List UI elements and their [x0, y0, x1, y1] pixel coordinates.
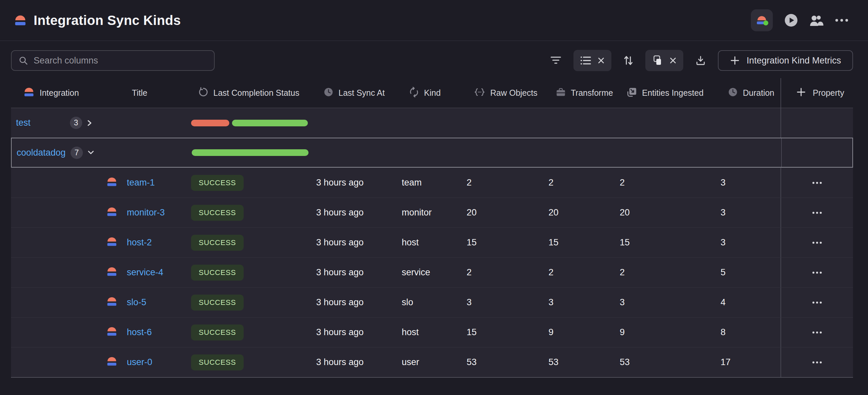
cell-status: SUCCESS	[191, 288, 316, 317]
cell-entities-ingested: 3	[620, 288, 720, 317]
column-header-label: Entities Ingested	[642, 88, 704, 98]
workspace-logo-icon	[755, 14, 769, 27]
sync-kind-row-monitor-3: monitor-3 SUCCESS 3 hours ago monitor 20…	[11, 197, 853, 227]
clock-icon	[323, 87, 334, 97]
column-header-transformed[interactable]: Transforme	[549, 78, 620, 108]
row-actions-button[interactable]	[812, 302, 822, 303]
cell-duration: 3	[720, 168, 780, 197]
clear-view-icon[interactable]	[597, 57, 605, 64]
users-icon	[809, 14, 824, 27]
workspace-logo-button[interactable]	[751, 9, 773, 31]
app-header: Integration Sync Kinds	[0, 0, 868, 41]
cell-last-sync-at: 3 hours ago	[316, 348, 402, 377]
search-input[interactable]	[34, 56, 207, 66]
integration-link[interactable]: test	[16, 118, 70, 128]
status-badge: SUCCESS	[191, 295, 244, 310]
group-cell-integration: test 3	[11, 108, 103, 138]
play-icon	[784, 13, 798, 27]
table-bottom-border	[11, 377, 853, 378]
cell-status: SUCCESS	[191, 228, 316, 257]
column-header-entities-ingested[interactable]: Entities Ingested	[620, 78, 720, 108]
status-badge: SUCCESS	[191, 355, 244, 370]
toolbar: Integration Kind Metrics	[0, 50, 868, 71]
sort-button[interactable]	[623, 55, 633, 66]
column-header-raw-objects[interactable]: Raw Objects	[467, 78, 549, 108]
braces-icon	[474, 88, 485, 97]
clear-group-icon[interactable]	[669, 57, 677, 64]
kind-title-link[interactable]: user-0	[127, 357, 152, 367]
kind-title-link[interactable]: host-2	[127, 237, 152, 248]
cell-duration: 4	[720, 288, 780, 317]
list-view-button[interactable]	[574, 50, 611, 71]
kind-title-link[interactable]: monitor-3	[127, 207, 165, 218]
cell-kind: slo	[402, 288, 467, 317]
column-header-integration[interactable]: Integration	[11, 78, 103, 108]
sync-kind-row-host-2: host-2 SUCCESS 3 hours ago host 15 15 15…	[11, 227, 853, 257]
cell-kind: service	[402, 258, 467, 287]
kind-title-link[interactable]: team-1	[127, 177, 155, 188]
cell-duration: 3	[720, 198, 780, 227]
column-header-label: Title	[132, 88, 147, 98]
status-badge: SUCCESS	[191, 265, 244, 281]
row-actions-button[interactable]	[812, 331, 822, 333]
cell-raw-objects: 20	[467, 198, 549, 227]
row-actions-button[interactable]	[812, 182, 822, 184]
cell-transformed: 2	[549, 168, 620, 197]
row-actions-button[interactable]	[812, 242, 822, 244]
integration-link[interactable]: cooldatadog	[17, 147, 70, 158]
kind-title-link[interactable]: slo-5	[127, 297, 147, 307]
cell-duration: 17	[720, 348, 780, 377]
column-header-last-sync-at[interactable]: Last Sync At	[316, 78, 402, 108]
column-header-kind[interactable]: Kind	[402, 78, 467, 108]
group-row-test[interactable]: test 3	[11, 108, 853, 138]
status-badge: SUCCESS	[191, 175, 244, 191]
row-actions-button[interactable]	[812, 361, 822, 363]
kind-count-badge: 3	[70, 117, 82, 129]
cell-title: service-4	[103, 258, 191, 287]
column-header-title[interactable]: Title	[103, 78, 191, 108]
cell-title: monitor-3	[103, 198, 191, 227]
row-actions-button[interactable]	[812, 212, 822, 214]
app-logo-icon	[13, 14, 27, 27]
expand-toggle[interactable]	[86, 119, 93, 127]
sync-kind-row-user-0: user-0 SUCCESS 3 hours ago user 53 53 53…	[11, 347, 853, 377]
column-header-label: Integration	[40, 88, 79, 98]
sync-kinds-table: Integration Title Last Completion Status…	[11, 78, 853, 378]
column-header-duration[interactable]: Duration	[720, 78, 780, 108]
filter-button[interactable]	[550, 56, 561, 66]
expand-toggle[interactable]	[87, 149, 95, 156]
play-button[interactable]	[784, 13, 798, 27]
cell-kind: host	[402, 228, 467, 257]
column-header-last-completion-status[interactable]: Last Completion Status	[191, 78, 316, 108]
cell-status: SUCCESS	[191, 258, 316, 287]
cell-kind: monitor	[402, 198, 467, 227]
status-bar	[191, 120, 308, 126]
column-header-label: Transforme	[571, 88, 613, 98]
kind-title-link[interactable]: service-4	[127, 267, 163, 277]
integration-kind-metrics-button[interactable]: Integration Kind Metrics	[718, 50, 853, 71]
download-button[interactable]	[695, 55, 706, 66]
cell-transformed: 9	[549, 318, 620, 347]
column-header-label: Kind	[424, 88, 441, 98]
group-cell-status	[191, 108, 316, 138]
more-button[interactable]	[835, 19, 848, 22]
users-button[interactable]	[809, 14, 824, 27]
kind-count-badge: 7	[70, 146, 83, 159]
cell-kind: user	[402, 348, 467, 377]
column-header-label: Property	[813, 88, 844, 98]
kind-title-link[interactable]: host-6	[127, 327, 152, 337]
group-row-cooldatadog[interactable]: cooldatadog 7	[11, 138, 853, 168]
ingest-icon	[627, 87, 637, 97]
cell-title: slo-5	[103, 288, 191, 317]
cell-transformed: 20	[549, 198, 620, 227]
column-header-add-property[interactable]: Property	[780, 78, 853, 108]
logo-icon	[23, 87, 35, 97]
group-by-button[interactable]	[645, 50, 683, 71]
group-cell-integration: cooldatadog 7	[12, 138, 104, 167]
cell-title: host-6	[103, 318, 191, 347]
row-actions-button[interactable]	[812, 272, 822, 274]
status-bar-segment	[192, 149, 309, 156]
sort-icon	[623, 55, 633, 66]
download-icon	[695, 55, 706, 66]
plus-icon	[730, 56, 740, 66]
